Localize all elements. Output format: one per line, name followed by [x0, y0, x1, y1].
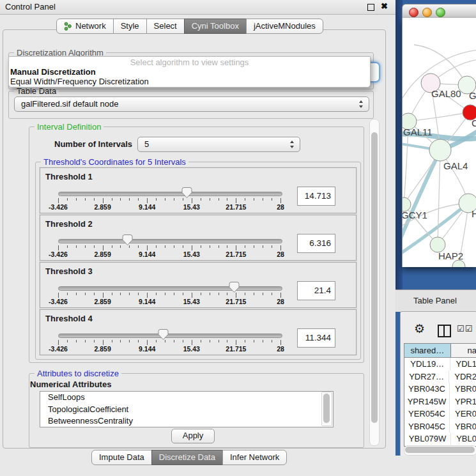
threshold-slider-track[interactable] [58, 334, 282, 338]
slider-scale-label: -3.426 [43, 203, 73, 211]
slider-scale-label: 28 [265, 250, 296, 258]
panel-scrollbar-thumb[interactable] [371, 132, 378, 423]
threshold-label: Threshold 1 [45, 172, 93, 181]
column-header-name[interactable]: na [451, 344, 476, 357]
tab-impute-data[interactable]: Impute Data [91, 450, 152, 465]
list-scrollbar-track[interactable] [321, 392, 332, 426]
window-close-icon[interactable] [409, 8, 418, 17]
control-panel-titlebar: Control Panel ✖ [0, 0, 395, 15]
gear-icon[interactable]: ⚙ [414, 321, 425, 335]
tick-mark [236, 198, 236, 203]
tick-mark [174, 198, 174, 201]
cell-shared-name: YDL19… [404, 358, 450, 371]
slider-scale-label: 21.715 [220, 345, 251, 353]
threshold-slider-thumb[interactable] [229, 281, 240, 293]
panel-title: Control Panel [5, 2, 56, 12]
number-of-intervals-value: 5 [144, 139, 149, 149]
tab-select[interactable]: Select [146, 19, 185, 34]
threshold-slider-track[interactable] [58, 239, 282, 243]
threshold-value-field[interactable]: 14.713 [297, 187, 335, 206]
tick-mark [272, 198, 272, 201]
tab-style[interactable]: Style [113, 19, 147, 34]
threshold-slider-thumb[interactable] [158, 328, 169, 341]
tick-mark [129, 245, 130, 248]
tick-mark [67, 245, 68, 248]
attribute-list-item[interactable]: SelfLoops [40, 392, 333, 404]
threshold-panel-1: Threshold 1-3.4262.8599.14415.4321.71528… [40, 167, 357, 213]
table-row[interactable]: YBR043CYBR0 [404, 383, 476, 395]
tick-mark [76, 198, 77, 201]
table-row[interactable]: YDR27…YDR2 [404, 371, 476, 383]
tick-mark [103, 293, 104, 298]
window-minimize-icon[interactable] [422, 8, 432, 17]
tick-mark [263, 198, 263, 201]
dropdown-option-manual[interactable]: Manual Discretization [9, 67, 370, 77]
threshold-value-field[interactable]: 11.344 [297, 328, 335, 348]
split-columns-icon[interactable] [438, 325, 451, 337]
apply-button[interactable]: Apply [171, 429, 215, 443]
table-data-combobox[interactable]: galFiltered.sif default node [14, 96, 369, 112]
threshold-value-field[interactable]: 21.4 [297, 281, 335, 300]
tick-mark [156, 340, 157, 342]
slider-scale-label: 2.859 [88, 345, 118, 353]
tab-discretize-data[interactable]: Discretize Data [151, 450, 223, 465]
float-window-icon[interactable] [367, 4, 374, 11]
attribute-list-item[interactable]: BetweennessCentrality [40, 415, 333, 427]
tick-mark [245, 340, 245, 342]
table-hscrollbar-thumb[interactable] [405, 447, 475, 453]
dropdown-hint: Select algorithm to view settings [9, 58, 370, 67]
tick-mark [165, 293, 165, 295]
network-node-label: GAL4 [443, 160, 468, 171]
tab-network[interactable]: Network [56, 19, 114, 34]
tick-mark [85, 198, 86, 201]
tick-mark [219, 245, 219, 248]
close-icon[interactable]: ✖ [381, 1, 388, 11]
tick-mark [76, 245, 77, 248]
threshold-slider-track[interactable] [58, 286, 282, 291]
tick-mark [76, 340, 77, 342]
cell-name: YPR1 [450, 395, 476, 408]
threshold-slider-thumb[interactable] [122, 234, 133, 246]
dropdown-option-equal-width[interactable]: Equal Width/Frequency Discretization [9, 77, 370, 86]
cell-shared-name: YER054C [404, 408, 450, 420]
table-row[interactable]: YBL079WYBL0 [404, 433, 476, 445]
attribute-list-item[interactable]: TopologicalCoefficient [40, 404, 333, 416]
tab-jactivemnodules[interactable]: jActiveMNodules [246, 19, 323, 34]
tick-mark [103, 198, 104, 203]
tick-mark [94, 293, 95, 295]
tab-label: Style [121, 19, 139, 33]
threshold-slider-track[interactable] [58, 192, 282, 196]
tick-mark [147, 340, 148, 345]
slider-scale-label: -3.426 [43, 250, 73, 258]
slider-scale-label: 9.144 [132, 345, 162, 353]
column-header-shared-name[interactable]: shared… [404, 344, 451, 357]
cell-name: YDL1 [450, 358, 476, 371]
number-of-intervals-combobox[interactable]: 5 [137, 137, 300, 152]
tick-mark [272, 245, 272, 248]
network-node-label: GAL80 [431, 88, 461, 99]
threshold-slider-thumb[interactable] [181, 187, 192, 199]
table-row[interactable]: YER054CYER0 [404, 408, 476, 420]
network-edge[interactable] [408, 112, 470, 121]
table-row[interactable]: YBR045CYBR0 [404, 420, 476, 433]
tick-mark [201, 198, 201, 201]
list-scrollbar-thumb[interactable] [323, 394, 330, 423]
window-zoom-icon[interactable] [436, 8, 445, 17]
network-node-gal4[interactable] [429, 139, 451, 161]
tick-mark [245, 198, 245, 201]
tab-infer-network[interactable]: Infer Network [222, 450, 287, 465]
tick-mark [120, 293, 121, 295]
tick-mark [129, 340, 130, 342]
network-edge[interactable] [438, 150, 440, 245]
tab-cyni-toolbox[interactable]: Cyni Toolbox [184, 19, 247, 34]
threshold-label: Threshold 4 [45, 314, 93, 323]
table-row[interactable]: YPR145WYPR1 [404, 395, 476, 408]
threshold-value-field[interactable]: 6.316 [297, 234, 335, 253]
panel-scrollbar-track[interactable] [369, 119, 380, 446]
network-window-titlebar[interactable] [402, 4, 476, 19]
network-view-canvas[interactable]: GAL80GACGAL11GAL4GCY1HHAP2 [402, 18, 476, 267]
select-columns-icons[interactable]: ☑☑ [457, 324, 473, 334]
tick-mark [120, 245, 121, 248]
table-row[interactable]: YDL19…YDL1 [404, 358, 476, 371]
slider-scale-label: 21.715 [220, 298, 251, 305]
